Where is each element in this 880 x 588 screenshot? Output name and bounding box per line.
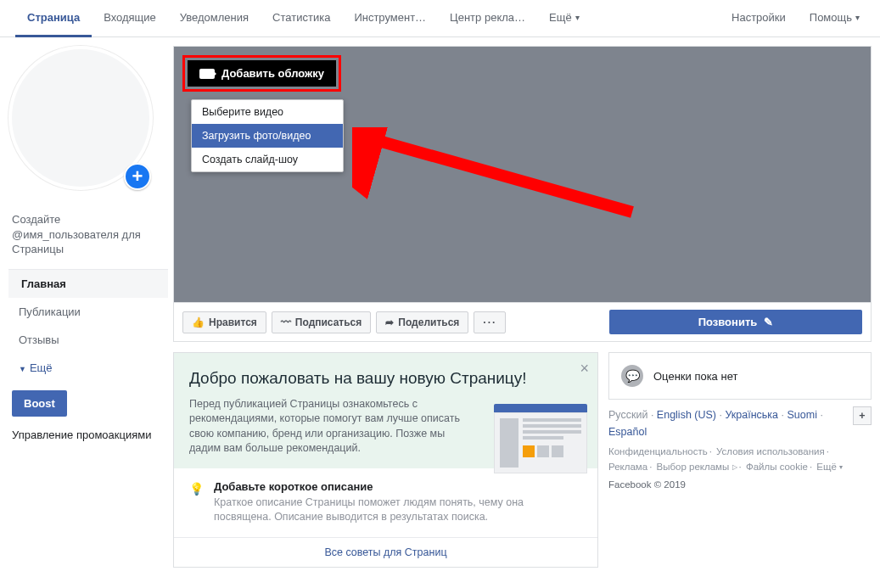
welcome-card: × Добро пожаловать на вашу новую Страниц… xyxy=(173,352,598,568)
sidenav-posts[interactable]: Публикации xyxy=(8,298,168,326)
sidenav-home[interactable]: Главная xyxy=(8,270,168,298)
tip-title: Добавьте короткое описание xyxy=(214,480,582,493)
footer-terms[interactable]: Условия использования xyxy=(716,446,825,456)
thumbs-up-icon: 👍 xyxy=(192,316,205,328)
tab-help[interactable]: Помощь▾ xyxy=(798,0,872,37)
lightbulb-icon: 💡 xyxy=(189,482,204,496)
chevron-down-icon: ▾ xyxy=(855,13,860,22)
cover-photo-area[interactable]: Добавить обложку Выберите видео Загрузит… xyxy=(173,46,872,303)
ratings-text: Оценки пока нет xyxy=(653,370,737,383)
tab-insights[interactable]: Статистика xyxy=(261,0,342,37)
boost-button[interactable]: Boost xyxy=(12,390,67,417)
left-sidebar: + Создайте @имя_пользователя для Страниц… xyxy=(0,37,168,576)
footer-cookies[interactable]: Файлы cookie xyxy=(746,462,808,472)
lang-es[interactable]: Español xyxy=(608,426,647,438)
share-button[interactable]: ➦Поделиться xyxy=(376,311,468,333)
tip-add-description[interactable]: 💡 Добавьте короткое описание Краткое опи… xyxy=(174,468,597,537)
follow-button[interactable]: 〰Подписаться xyxy=(272,311,371,333)
add-cover-label: Добавить обложку xyxy=(221,67,324,80)
camera-icon xyxy=(199,69,215,79)
top-nav: Страница Входящие Уведомления Статистика… xyxy=(0,0,880,37)
welcome-description: Перед публикацией Страницы ознакомьтесь … xyxy=(189,397,469,456)
page-footer: Конфиденциальность· Условия использовани… xyxy=(608,440,872,492)
chat-bubble-icon: 💬 xyxy=(621,365,643,387)
lang-en[interactable]: English (US) xyxy=(657,409,716,421)
add-language-button[interactable]: + xyxy=(853,406,872,425)
plus-icon: + xyxy=(132,165,143,188)
sidenav-more[interactable]: ▼Ещё xyxy=(8,354,168,382)
language-switcher: Русский · English (US) · Українська · Su… xyxy=(608,406,872,440)
like-button[interactable]: 👍Нравится xyxy=(182,311,266,333)
footer-privacy[interactable]: Конфиденциальность xyxy=(608,446,708,456)
footer-ads[interactable]: Реклама xyxy=(608,462,647,472)
chevron-down-icon: ▾ xyxy=(575,13,580,22)
triangle-down-icon: ▼ xyxy=(19,365,26,373)
lang-uk[interactable]: Українська xyxy=(725,409,778,421)
add-cover-button[interactable]: Добавить обложку xyxy=(188,60,336,87)
lang-fi[interactable]: Suomi xyxy=(788,409,817,421)
all-tips-link[interactable]: Все советы для Страниц xyxy=(174,537,597,567)
welcome-title: Добро пожаловать на вашу новую Страницу! xyxy=(189,368,582,389)
welcome-illustration xyxy=(494,404,587,473)
lang-ru[interactable]: Русский xyxy=(608,409,647,421)
footer-copyright: Facebook © 2019 xyxy=(608,477,872,492)
adchoices-icon: ▷ xyxy=(732,463,737,471)
ratings-card: 💬 Оценки пока нет xyxy=(608,352,872,400)
share-icon: ➦ xyxy=(385,316,394,328)
tab-inbox[interactable]: Входящие xyxy=(92,0,168,37)
page-action-bar: 👍Нравится 〰Подписаться ➦Поделиться ··· П… xyxy=(173,303,872,342)
add-profile-photo-button[interactable]: + xyxy=(124,163,151,190)
page-side-nav: Главная Публикации Отзывы ▼Ещё xyxy=(8,269,168,382)
tip-subtitle: Краткое описание Страницы поможет людям … xyxy=(214,496,582,525)
annotation-arrow xyxy=(352,127,649,229)
footer-adchoices[interactable]: Выбор рекламы ▷ xyxy=(657,462,737,472)
cover-menu-choose-video[interactable]: Выберите видео xyxy=(192,100,343,124)
tab-more[interactable]: Ещё▾ xyxy=(537,0,591,37)
footer-more[interactable]: Ещё ▾ xyxy=(816,462,843,472)
tab-notifications[interactable]: Уведомления xyxy=(168,0,261,37)
create-username-link[interactable]: Создайте @имя_пользователя для Страницы xyxy=(8,212,168,269)
svg-line-0 xyxy=(361,136,632,212)
triangle-down-icon: ▾ xyxy=(839,463,843,471)
annotation-highlight: Добавить обложку xyxy=(182,55,341,92)
profile-photo-container: + xyxy=(8,46,160,197)
tab-settings[interactable]: Настройки xyxy=(720,0,798,37)
sidenav-reviews[interactable]: Отзывы xyxy=(8,326,168,354)
welcome-close-button[interactable]: × xyxy=(580,360,589,378)
tab-tools[interactable]: Инструмент… xyxy=(342,0,438,37)
main-content: Добавить обложку Выберите видео Загрузит… xyxy=(168,37,880,576)
tab-page[interactable]: Страница xyxy=(15,0,92,37)
add-cover-dropdown: Выберите видео Загрузить фото/видео Созд… xyxy=(191,99,344,172)
cover-menu-upload[interactable]: Загрузить фото/видео xyxy=(192,124,343,148)
more-actions-button[interactable]: ··· xyxy=(474,311,506,333)
call-button[interactable]: Позвонить✎ xyxy=(609,310,862,334)
cover-menu-slideshow[interactable]: Создать слайд-шоу xyxy=(192,148,343,171)
pencil-icon: ✎ xyxy=(764,316,773,328)
manage-promotions-link[interactable]: Управление промоакциями xyxy=(8,425,168,445)
tab-ad-center[interactable]: Центр рекла… xyxy=(438,0,537,37)
rss-icon: 〰 xyxy=(281,316,291,328)
